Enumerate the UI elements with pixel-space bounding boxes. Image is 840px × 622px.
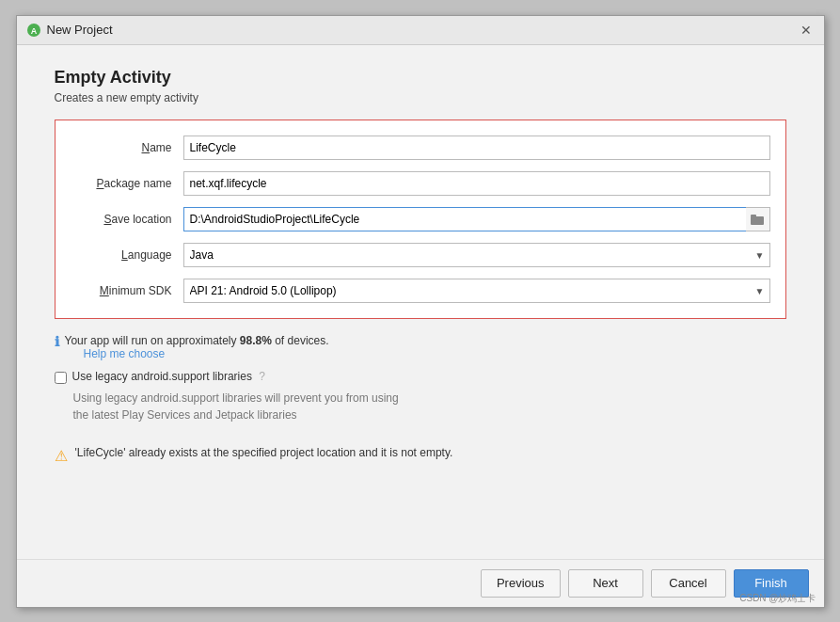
checkbox-help-icon[interactable]: ? [259,370,265,383]
warning-icon: ⚠ [55,447,68,465]
info-text-block: Your app will run on approximately 98.8%… [65,334,329,360]
browse-button[interactable] [746,207,770,231]
close-button[interactable]: ✕ [798,22,815,39]
info-row: ℹ Your app will run on approximately 98.… [55,334,786,360]
name-input[interactable] [183,136,770,160]
info-percent: 98.8% [240,334,272,347]
project-exists-warning: ⚠ 'LifeCycle' already exists at the spec… [55,439,786,472]
checkbox-label: Use legacy android.support libraries ? [72,370,265,383]
cancel-button[interactable]: Cancel [651,569,726,598]
language-row: Language Java Kotlin ▼ [71,243,770,267]
help-me-choose-link[interactable]: Help me choose [84,347,329,360]
info-icon: ℹ [55,334,59,349]
title-bar-left: A New Project [26,23,113,38]
dialog-footer: Previous Next Cancel Finish [17,559,824,607]
min-sdk-row: Minimum SDK API 21: Android 5.0 (Lollipo… [71,279,770,303]
package-input[interactable] [183,171,770,196]
legacy-support-checkbox[interactable] [55,372,67,384]
legacy-support-warning: Using legacy android.support libraries w… [73,390,786,423]
name-row: Name [71,136,770,160]
watermark: CSDN @炒鸡士卡 [739,592,816,605]
save-location-input[interactable] [183,207,770,231]
name-label: Name [71,141,183,154]
svg-rect-3 [751,215,756,217]
folder-icon [751,214,764,225]
min-sdk-select[interactable]: API 21: Android 5.0 (Lollipop) API 23: A… [183,279,770,303]
save-location-row: Save location [71,207,770,231]
info-text: Your app will run on approximately 98.8%… [65,334,329,347]
title-bar: A New Project ✕ [17,16,824,45]
language-label: Language [71,248,183,262]
dialog-title: New Project [47,23,113,37]
language-select-wrapper: Java Kotlin ▼ [183,243,770,267]
legacy-support-row: Use legacy android.support libraries ? [55,370,786,384]
next-button[interactable]: Next [568,569,643,598]
dialog-content: Empty Activity Creates a new empty activ… [17,45,824,559]
warning-message: 'LifeCycle' already exists at the specif… [75,446,453,459]
new-project-dialog: A New Project ✕ Empty Activity Creates a… [16,15,825,608]
save-location-wrapper [183,207,770,231]
section-title: Empty Activity [55,68,786,88]
language-select[interactable]: Java Kotlin [183,243,770,267]
svg-text:A: A [30,26,37,36]
previous-button[interactable]: Previous [481,569,561,598]
svg-rect-2 [751,216,764,225]
package-row: Package name [71,171,770,196]
min-sdk-label: Minimum SDK [71,284,183,297]
package-label: Package name [71,177,183,190]
app-icon: A [26,23,41,38]
section-subtitle: Creates a new empty activity [55,91,786,104]
form-box: Name Package name Save location [55,120,786,319]
save-location-label: Save location [71,213,183,226]
min-sdk-select-wrapper: API 21: Android 5.0 (Lollipop) API 23: A… [183,279,770,303]
